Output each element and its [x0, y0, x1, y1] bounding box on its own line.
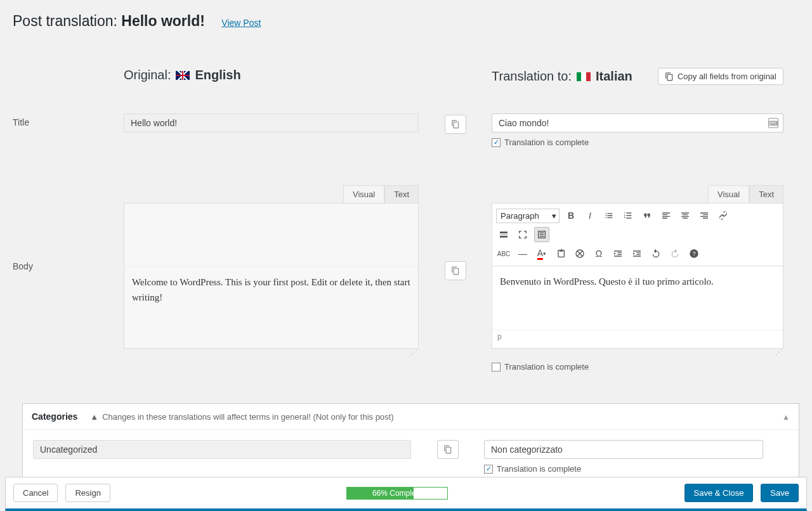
svg-rect-4 [540, 233, 544, 233]
italic-button[interactable]: I [582, 208, 598, 223]
redo-button[interactable] [667, 246, 683, 261]
numbered-list-button[interactable] [620, 208, 636, 223]
view-post-link[interactable]: View Post [221, 18, 261, 28]
translation-title-input[interactable] [492, 113, 783, 133]
align-center-button[interactable] [678, 208, 693, 223]
page-title-name: Hello world! [121, 13, 205, 29]
collapse-panel-button[interactable]: ▲ [782, 413, 790, 422]
copy-icon [665, 72, 674, 81]
copy-title-button[interactable] [445, 115, 466, 134]
bold-button[interactable]: B [563, 208, 579, 223]
original-category-input [33, 440, 411, 459]
flag-uk-icon [176, 71, 190, 80]
original-body-content: Welcome to WordPress. This is your first… [124, 267, 418, 313]
translation-text-tab[interactable]: Text [749, 185, 783, 203]
fullscreen-button[interactable] [515, 227, 530, 242]
format-select[interactable]: Paragraph ▾ [496, 209, 560, 223]
page-title-prefix: Post translation: [13, 13, 117, 29]
clear-formatting-button[interactable] [572, 246, 587, 261]
body-field-label: Body [13, 185, 124, 372]
help-button[interactable]: ? [686, 246, 702, 261]
category-complete-checkbox[interactable] [484, 465, 493, 474]
copy-icon [451, 266, 460, 275]
categories-warning: Changes in these translations will affec… [102, 412, 393, 422]
footer-bar: Cancel Resign 66% Complete Save & Close … [5, 477, 807, 511]
save-button[interactable]: Save [761, 484, 799, 502]
copy-category-button[interactable] [437, 440, 459, 459]
translation-visual-tab[interactable]: Visual [708, 185, 749, 203]
svg-rect-6 [540, 236, 544, 236]
original-language-header: Original: English [124, 68, 419, 82]
align-right-button[interactable] [697, 208, 712, 223]
blockquote-button[interactable] [639, 208, 655, 223]
paste-text-button[interactable] [553, 246, 568, 261]
svg-rect-1 [500, 236, 508, 238]
copy-icon [443, 445, 452, 454]
original-body-editor: Welcome to WordPress. This is your first… [124, 203, 419, 349]
svg-rect-2 [500, 234, 508, 235]
text-color-button[interactable]: A▾ [534, 246, 549, 261]
body-complete-checkbox-row[interactable]: Translation is complete [492, 362, 783, 372]
original-visual-tab[interactable]: Visual [343, 185, 384, 203]
copy-icon [451, 120, 460, 129]
align-left-button[interactable] [658, 208, 674, 223]
original-title-input [124, 113, 419, 133]
editor-path-status: p [492, 330, 783, 343]
copy-body-button[interactable] [445, 261, 466, 280]
translation-language-header: Translation to: Italian [492, 69, 632, 84]
special-char-button[interactable]: Ω [591, 246, 606, 261]
svg-rect-5 [540, 234, 544, 235]
save-close-button[interactable]: Save & Close [684, 484, 754, 502]
strikethrough-button[interactable]: ABC [496, 246, 511, 261]
title-field-label: Title [13, 113, 124, 147]
svg-rect-0 [500, 231, 508, 233]
toolbar-toggle-button[interactable] [534, 227, 549, 242]
translation-category-input[interactable] [484, 440, 763, 459]
flag-it-icon [577, 72, 591, 81]
title-complete-checkbox[interactable] [492, 138, 501, 147]
readmore-button[interactable] [496, 227, 511, 242]
original-text-tab[interactable]: Text [384, 185, 419, 203]
translation-body-editor: Paragraph ▾ B I ABC [492, 203, 783, 349]
indent-button[interactable] [629, 246, 645, 261]
keyboard-icon[interactable]: ⌨ [768, 118, 778, 128]
translation-body-content[interactable]: Benvenuto in WordPress. Questo è il tuo … [492, 266, 783, 330]
categories-panel: Categories ▲ Changes in these translatio… [22, 403, 799, 484]
categories-heading: Categories [32, 411, 77, 422]
progress-bar: 66% Complete [346, 487, 448, 500]
bullet-list-button[interactable] [601, 208, 617, 223]
warning-icon: ▲ [90, 412, 98, 422]
svg-text:?: ? [692, 250, 695, 257]
link-button[interactable] [716, 208, 731, 223]
title-complete-checkbox-row[interactable]: Translation is complete [492, 138, 783, 147]
hr-button[interactable]: — [515, 246, 530, 261]
outdent-button[interactable] [610, 246, 625, 261]
category-complete-checkbox-row[interactable]: Translation is complete [484, 464, 763, 474]
body-complete-checkbox[interactable] [492, 363, 501, 372]
resign-button[interactable]: Resign [65, 484, 110, 502]
cancel-button[interactable]: Cancel [13, 484, 58, 502]
undo-button[interactable] [648, 246, 664, 261]
page-title: Post translation: Hello world! [13, 13, 209, 29]
resize-handle-icon[interactable]: ⋰ [124, 349, 419, 357]
copy-all-fields-button[interactable]: Copy all fields from original [658, 68, 783, 85]
resize-handle-icon[interactable]: ⋰ [492, 349, 783, 357]
